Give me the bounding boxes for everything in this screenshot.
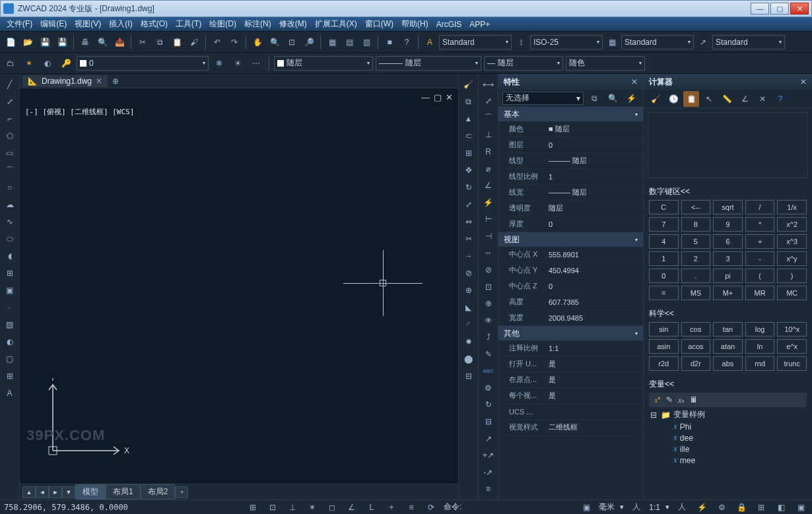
offset-icon[interactable]: ⊂ (461, 128, 477, 144)
calc-btn-MS[interactable]: MS (681, 286, 711, 300)
lineweight-combo[interactable]: —随层▾ (484, 56, 563, 71)
calc-btn-4[interactable]: 4 (649, 234, 679, 249)
dim-ordinate-icon[interactable]: ⊥ (481, 127, 496, 143)
calc-angle-icon[interactable]: ∠ (737, 91, 753, 107)
calc-btn-/[interactable]: / (745, 200, 775, 214)
snap-icon[interactable]: ⊞ (246, 501, 260, 513)
save-icon[interactable]: 💾 (37, 34, 53, 50)
matchprop-icon[interactable]: 🖌 (186, 34, 202, 50)
calc-btn-2[interactable]: 2 (681, 251, 711, 266)
chamfer-icon[interactable]: ◣ (461, 300, 477, 315)
viewport-label[interactable]: [-] [俯视] [二维线框] [WCS] (25, 107, 134, 117)
lwt-icon[interactable]: ≡ (404, 501, 419, 513)
tab-next-icon[interactable]: ► (49, 486, 62, 498)
text-style-combo[interactable]: Standard▾ (439, 35, 512, 49)
dimoverride-icon[interactable]: ⊟ (481, 414, 496, 430)
calc-help-icon[interactable]: ? (772, 91, 788, 107)
doc-tab-drawing1[interactable]: 📐 Drawing1.dwg ✕ (22, 75, 108, 87)
cycling-icon[interactable]: ⟳ (424, 501, 438, 513)
abc-icon[interactable]: ABC (481, 364, 496, 379)
calc-btn-atan[interactable]: atan (713, 339, 743, 354)
scale-icon[interactable]: ⤢ (461, 197, 477, 212)
menu-绘图D[interactable]: 绘图(D) (205, 17, 240, 31)
tab-layout2[interactable]: 布局2 (141, 484, 176, 499)
zoom-icon[interactable]: 🔍 (267, 34, 283, 50)
fillet-icon[interactable]: ◜ (461, 317, 477, 333)
properties-icon[interactable]: ▦ (324, 34, 340, 50)
dim-style-combo[interactable]: ISO-25▾ (530, 35, 603, 49)
menu-扩展工具X[interactable]: 扩展工具(X) (311, 17, 361, 31)
tab-add-icon[interactable]: + (175, 486, 188, 498)
calc-btn-log[interactable]: log (745, 322, 775, 337)
tolerance-icon[interactable]: ⊡ (481, 279, 496, 295)
tab-first-icon[interactable]: ▲ (22, 486, 36, 498)
calc-btn-0[interactable]: 0 (649, 269, 679, 283)
menu-视图V[interactable]: 视图(V) (71, 17, 105, 31)
var-Phi[interactable]: 𝑥Phi (649, 421, 807, 432)
menu-修改M[interactable]: 修改(M) (275, 17, 311, 31)
dimupdate-icon[interactable]: ↻ (481, 397, 496, 413)
dim-break-icon[interactable]: ⊘ (481, 262, 496, 278)
move-icon[interactable]: ✥ (461, 162, 477, 178)
dim-arc-icon[interactable]: ⌒ (481, 110, 496, 126)
calc-btn-)[interactable]: ) (777, 269, 807, 283)
calc-btn-tan[interactable]: tan (713, 322, 743, 337)
circle-icon[interactable]: ○ (2, 179, 18, 195)
stretch-icon[interactable]: ⇔ (461, 214, 477, 230)
ellipsearc-icon[interactable]: ◖ (2, 248, 18, 264)
block-icon[interactable]: ▣ (2, 282, 18, 298)
help-icon[interactable]: ? (399, 34, 415, 50)
calc-btn-3[interactable]: 3 (713, 251, 743, 266)
calc-numeric-header[interactable]: 数字键区<< (644, 186, 812, 197)
dyn-icon[interactable]: + (384, 501, 399, 513)
tab-layout1[interactable]: 布局1 (106, 484, 141, 499)
layerstate-icon[interactable]: ✶ (21, 55, 37, 71)
calc-btn-9[interactable]: 9 (713, 217, 743, 232)
vp-maximize-icon[interactable]: ▢ (434, 92, 442, 102)
inspect-icon[interactable]: 👁 (481, 313, 496, 329)
plotstyle-combo[interactable]: 随色▾ (566, 56, 645, 71)
pan-icon[interactable]: ✋ (250, 34, 265, 50)
dimedit-icon[interactable]: ✎ (481, 346, 496, 362)
menu-窗口W[interactable]: 窗口(W) (361, 17, 397, 31)
preview-icon[interactable]: 🔍 (94, 34, 110, 50)
calc-btn-e^x[interactable]: e^x (777, 339, 807, 354)
xline-icon[interactable]: ⤢ (2, 94, 18, 110)
unit-display[interactable]: 毫米 (599, 501, 615, 513)
menu-文件F[interactable]: 文件(F) (3, 17, 36, 31)
pickadd-icon[interactable]: ⚡ (623, 90, 639, 106)
model-icon[interactable]: ▣ (579, 501, 593, 513)
dim-angular-icon[interactable]: ∠ (481, 177, 496, 193)
ducs-icon[interactable]: L (364, 501, 379, 513)
calc-btn-M+[interactable]: M+ (713, 286, 743, 300)
polygon-icon[interactable]: ⬠ (2, 128, 18, 144)
annovis-icon[interactable]: 人 (675, 501, 689, 513)
grid-icon[interactable]: ⊡ (265, 501, 280, 513)
selectobj-icon[interactable]: 🔍 (605, 90, 621, 106)
calc-btn-1[interactable]: 1 (649, 251, 679, 266)
layerprops-icon[interactable]: 🗀 (3, 55, 18, 71)
var-ille[interactable]: 𝑥ille (649, 443, 807, 455)
mleader-add-icon[interactable]: +↗ (481, 447, 496, 463)
hardware-icon[interactable]: ⊞ (754, 501, 768, 513)
new-icon[interactable]: 📄 (3, 34, 18, 50)
dimstyle2-icon[interactable]: ⚙ (481, 380, 496, 396)
paste-icon[interactable]: 📋 (169, 34, 185, 50)
annoscale-icon[interactable]: 人 (629, 501, 644, 513)
calc-btn-ln[interactable]: ln (745, 339, 775, 354)
erase-icon[interactable]: 🧹 (461, 77, 477, 92)
extend-icon[interactable]: → (461, 248, 477, 264)
calc-btn-abs[interactable]: abs (713, 356, 743, 371)
calc-btn-1/x[interactable]: 1/x (777, 200, 807, 214)
menu-标注N[interactable]: 标注(N) (240, 17, 275, 31)
selection-combo[interactable]: 无选择▾ (502, 92, 584, 105)
zoom-ext-icon[interactable]: ⊡ (284, 34, 300, 50)
calc-var-header[interactable]: 变量<< (644, 379, 812, 390)
polar-icon[interactable]: ✶ (305, 501, 320, 513)
calc-btn-<--[interactable]: <-- (681, 200, 711, 214)
copy-mod-icon[interactable]: ⧉ (461, 94, 477, 110)
region-icon[interactable]: ▢ (2, 351, 18, 367)
calc-btn-.[interactable]: . (681, 269, 711, 283)
quickselect-icon[interactable]: ⧉ (586, 90, 602, 106)
ellipse-icon[interactable]: ⬭ (2, 231, 18, 247)
